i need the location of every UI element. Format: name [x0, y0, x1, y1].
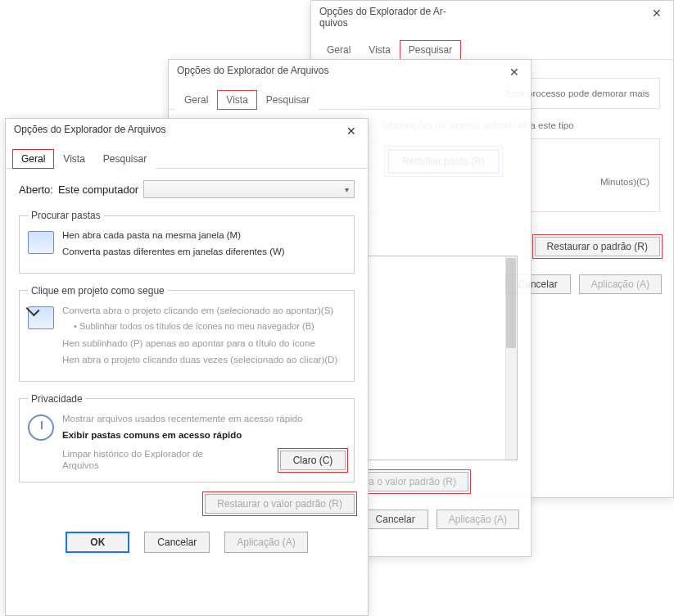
- check-frequent-folders[interactable]: Exibir pastas comuns em acesso rápido: [62, 429, 346, 441]
- dialog-title: Opções do Explorador de Arquivos: [177, 65, 328, 76]
- group-legend: Privacidade: [28, 393, 86, 405]
- tab-view[interactable]: Vista: [217, 90, 256, 110]
- open-dropdown[interactable]: ▾: [143, 180, 355, 198]
- open-value: Este computador: [58, 183, 138, 196]
- tab-search[interactable]: Pesquisar: [400, 40, 461, 60]
- dialog-title: Opções do Explorador de Ar- quivos: [319, 6, 446, 29]
- restore-default-button[interactable]: Restaurar o valor padrão (R): [205, 494, 355, 514]
- search-note-3: Minutos)(C): [600, 175, 649, 188]
- group-legend: Procurar pastas: [28, 210, 104, 221]
- open-label: Aberto:: [19, 183, 53, 196]
- folder-icon: [28, 231, 54, 254]
- radio-underline-browser[interactable]: • Sublinhar todos os títulos de ícones n…: [62, 321, 346, 333]
- privacy-group: Privacidade Mostrar arquivos usados rece…: [19, 393, 355, 482]
- tab-general[interactable]: Geral: [175, 90, 217, 110]
- apply-button[interactable]: Aplicação (A): [579, 274, 662, 294]
- clock-icon: [28, 414, 54, 441]
- clear-history-label: Limpar histórico do Explorador de Arquiv…: [62, 449, 210, 472]
- ok-button[interactable]: OK: [66, 532, 129, 553]
- radio-single-click[interactable]: Converta abra o projeto clicando em (sel…: [62, 305, 346, 316]
- tab-bar: Geral Vista Pesquisar: [6, 148, 368, 169]
- apply-button[interactable]: Aplicação (A): [224, 532, 307, 553]
- tab-view[interactable]: Vista: [360, 40, 399, 60]
- scrollbar-thumb[interactable]: [506, 258, 516, 348]
- tab-general[interactable]: Geral: [318, 40, 360, 60]
- scrollbar[interactable]: [505, 256, 517, 460]
- restore-default-button[interactable]: Restaurar o padrão (R): [535, 237, 660, 256]
- tab-view[interactable]: Vista: [54, 149, 93, 169]
- radio-different-window[interactable]: Converta pastas diferentes em janelas di…: [62, 246, 346, 257]
- dialog-title: Opções do Explorador de Arquivos: [14, 124, 165, 135]
- cancel-button[interactable]: Cancelar: [144, 532, 210, 553]
- radio-same-window[interactable]: Hen abra cada pasta na mesma janela (M): [62, 229, 346, 241]
- radio-double-click[interactable]: Hen abra o projeto clicando duas vezes (…: [62, 354, 346, 365]
- click-items-group: Clique em projeto como segue Converta ab…: [19, 285, 355, 382]
- close-icon[interactable]: ✕: [649, 6, 665, 20]
- close-icon[interactable]: ✕: [506, 65, 522, 79]
- tab-general[interactable]: Geral: [12, 149, 54, 169]
- apply-button[interactable]: Aplicação (A): [437, 510, 519, 529]
- tab-search[interactable]: Pesquisar: [257, 90, 319, 110]
- radio-underline-hover[interactable]: Hen sublinhado (P) apenas ao apontar par…: [62, 337, 346, 349]
- cursor-icon: [28, 306, 54, 329]
- close-icon[interactable]: ✕: [343, 124, 360, 138]
- browse-folders-group: Procurar pastas Hen abra cada pasta na m…: [19, 210, 355, 274]
- tab-bar: Geral Vista Pesquisar: [169, 89, 531, 110]
- clear-button[interactable]: Claro (C): [280, 451, 346, 470]
- cancel-button[interactable]: Cancelar: [363, 510, 428, 529]
- chevron-down-icon: ▾: [345, 185, 349, 194]
- check-recent-files[interactable]: Mostrar arquivos usados recentemente em …: [62, 413, 346, 424]
- tab-bar: Geral Vista Pesquisar: [311, 39, 673, 60]
- group-legend: Clique em projeto como segue: [28, 285, 168, 297]
- tab-search[interactable]: Pesquisar: [94, 149, 156, 169]
